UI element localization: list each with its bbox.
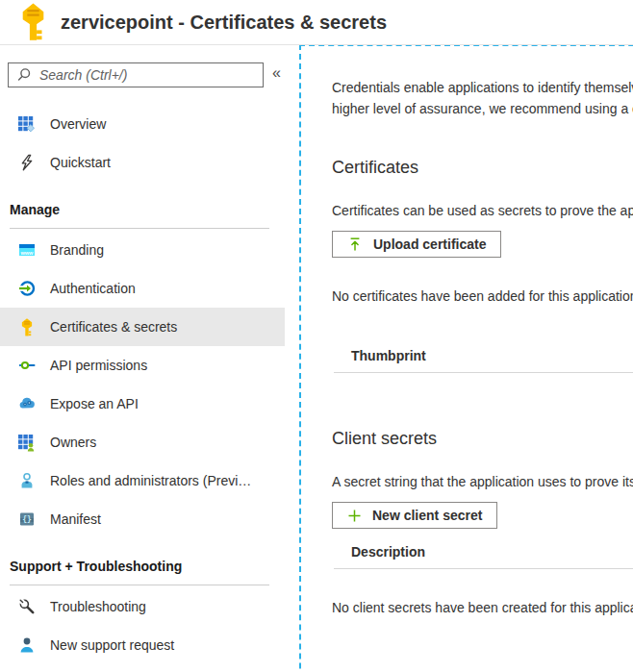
section-title: Manage (0, 202, 285, 228)
client-secrets-empty-message: No client secrets have been created for … (332, 597, 633, 618)
lightning-icon (17, 154, 36, 172)
sidebar-item-label: Certificates & secrets (50, 319, 177, 335)
sidebar-item-label: Authentication (50, 281, 136, 296)
sidebar-item-api-permissions[interactable]: API permissions (0, 346, 285, 385)
upload-icon (347, 236, 363, 252)
credentials-intro-line1: Credentials enable applications to ident… (332, 77, 633, 98)
sidebar-search (8, 62, 264, 87)
section-title: Support + Troubleshooting (0, 559, 285, 585)
sidebar-item-manifest[interactable]: {} Manifest (0, 500, 285, 538)
browser-www-icon: www (17, 241, 36, 260)
sidebar-item-label: Troubleshooting (50, 599, 146, 614)
page-header: zervicepoint - Certificates & secrets (0, 0, 633, 45)
search-icon (16, 67, 32, 83)
section-divider (10, 585, 269, 585)
svg-text:{}: {} (22, 515, 32, 524)
sidebar-item-overview[interactable]: Overview (0, 105, 285, 143)
sidebar-item-quickstart[interactable]: Quickstart (0, 143, 285, 182)
upload-certificate-label: Upload certificate (373, 236, 486, 252)
credentials-intro-line2: higher level of assurance, we recommend … (332, 98, 633, 119)
wrench-icon (17, 598, 36, 616)
grid-person-icon (17, 434, 36, 452)
client-secrets-description: A secret string that the application use… (332, 471, 633, 492)
sidebar-item-label: Branding (50, 242, 104, 258)
client-secrets-heading: Client secrets (332, 429, 633, 449)
grid-cube-icon (17, 115, 36, 134)
app-window: zervicepoint - Certificates & secrets « (0, 0, 633, 672)
sign-in-icon (17, 280, 36, 298)
sidebar-item-label: Roles and administrators (Previ… (50, 473, 251, 488)
table-divider (334, 372, 633, 373)
sidebar-item-authentication[interactable]: Authentication (0, 269, 285, 308)
sidebar-item-label: Overview (50, 116, 106, 132)
plus-icon (347, 509, 362, 523)
braces-icon: {} (17, 510, 36, 529)
person-badge-icon (17, 472, 36, 490)
sidebar-item-label: New support request (50, 637, 174, 653)
key-icon (17, 318, 36, 336)
cloud-gear-icon (17, 395, 36, 413)
new-client-secret-button[interactable]: New client secret (332, 502, 497, 529)
sidebar-item-owners[interactable]: Owners (0, 423, 285, 461)
section-divider (10, 228, 269, 229)
sidebar-item-branding[interactable]: www Branding (0, 231, 285, 269)
key-icon (19, 3, 47, 41)
certificates-description: Certificates can be used as secrets to p… (332, 200, 633, 221)
sidebar-item-new-support-request[interactable]: New support request (0, 626, 285, 664)
description-column-header: Description (332, 544, 633, 560)
sidebar-item-label: Manifest (50, 511, 101, 527)
certificates-heading: Certificates (332, 158, 633, 178)
certificates-empty-message: No certificates have been added for this… (332, 286, 633, 307)
svg-text:www: www (19, 250, 34, 256)
upload-certificate-button[interactable]: Upload certificate (332, 231, 501, 258)
sidebar-section-manage: Manage www Branding (0, 202, 285, 538)
sidebar-item-label: Quickstart (50, 155, 111, 170)
sidebar-item-troubleshooting[interactable]: Troubleshooting (0, 587, 285, 626)
sidebar-section-support: Support + Troubleshooting Troubleshootin… (0, 559, 285, 664)
sidebar-item-roles-administrators[interactable]: Roles and administrators (Previ… (0, 461, 285, 500)
table-divider (334, 568, 633, 569)
sidebar-item-label: Expose an API (50, 396, 139, 411)
endpoint-icon (17, 357, 36, 375)
thumbprint-column-header: Thumbprint (332, 348, 633, 363)
support-person-icon (17, 636, 36, 655)
search-input[interactable] (39, 67, 255, 83)
collapse-sidebar-button[interactable]: « (268, 64, 285, 82)
page-title: zervicepoint - Certificates & secrets (61, 12, 387, 34)
sidebar-item-certificates-secrets[interactable]: Certificates & secrets (0, 308, 285, 346)
sidebar-item-label: API permissions (50, 358, 147, 373)
sidebar: « Overview (0, 46, 285, 672)
sidebar-item-label: Owners (50, 435, 96, 450)
new-client-secret-label: New client secret (372, 508, 482, 523)
sidebar-item-expose-api[interactable]: Expose an API (0, 385, 285, 423)
main-content-pane: Credentials enable applications to ident… (299, 44, 633, 672)
